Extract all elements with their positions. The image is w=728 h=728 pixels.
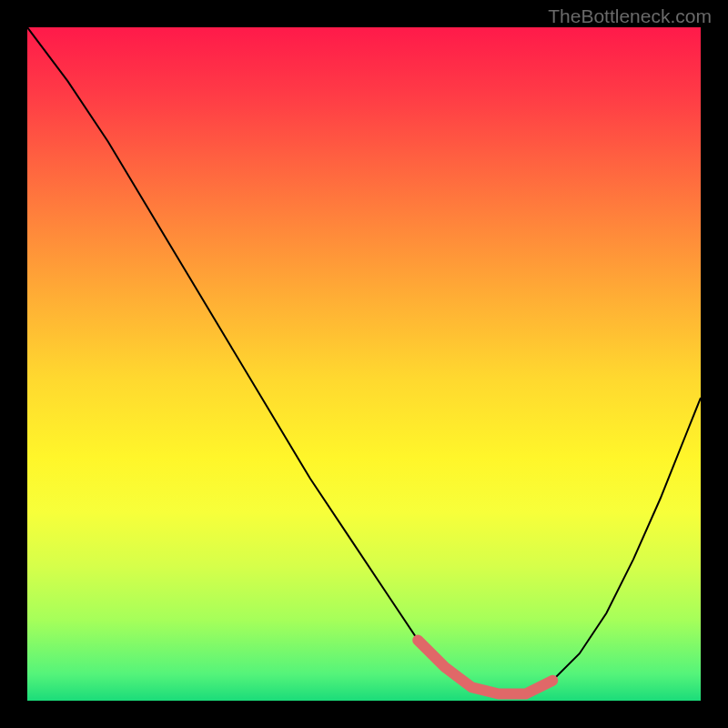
watermark-text: TheBottleneck.com (548, 5, 712, 27)
highlight-segment-line (418, 640, 552, 693)
chart-plot-area (27, 27, 701, 701)
bottleneck-curve-line (27, 27, 701, 694)
chart-svg (27, 27, 701, 701)
